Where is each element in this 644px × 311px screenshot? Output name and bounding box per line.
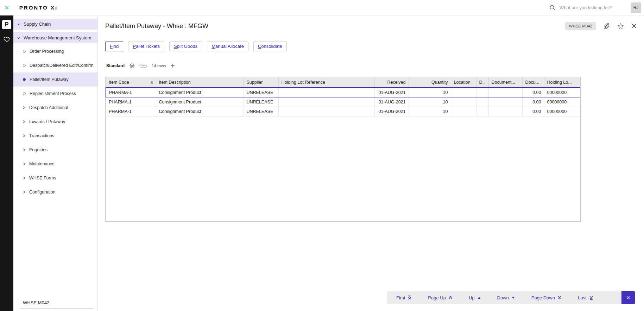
close-icon-teal[interactable]: ×	[5, 4, 9, 12]
nav-up-button[interactable]: Up	[469, 295, 481, 300]
cell-item-description[interactable]: Consignment Product	[156, 97, 244, 107]
global-search-input[interactable]	[560, 5, 626, 10]
nav-button-label: Page Down	[531, 295, 555, 300]
cell-item-description[interactable]: Consignment Product	[156, 107, 244, 116]
cell-received[interactable]: 01-AUG-2021	[374, 107, 409, 116]
cell-holding-lot-reference[interactable]	[278, 97, 374, 107]
column-header-supplier[interactable]: Supplier	[244, 77, 278, 88]
cell-d[interactable]	[476, 107, 488, 116]
triangle-right-icon	[23, 148, 26, 152]
main-header: Pallet/Item Putaway - Whse : MFGW WHSE M…	[98, 15, 644, 37]
cell-holding-lot-reference[interactable]	[278, 88, 374, 97]
cell-document[interactable]	[488, 97, 522, 107]
table-row[interactable]: PHARMA-1 Consignment Product UNRELEASE 0…	[106, 107, 581, 116]
cell-d[interactable]	[476, 88, 488, 97]
nav-close-button[interactable]: ×	[621, 291, 635, 304]
cell-item-code[interactable]: PHARMA-1	[106, 88, 156, 97]
search-icon[interactable]	[549, 5, 555, 11]
tab-pallet-tickets[interactable]: Pallet Tickets	[128, 42, 164, 51]
page-title: Pallet/Item Putaway - Whse : MFGW	[105, 23, 208, 30]
cell-quantity[interactable]: 10	[409, 97, 451, 107]
sidebar-section-supply-chain[interactable]: Supply Chain	[13, 19, 97, 30]
close-screen-icon[interactable]	[631, 23, 637, 29]
cell-docu[interactable]: 0.00	[522, 88, 544, 97]
tab-consolidate[interactable]: Consolidate	[253, 42, 287, 51]
column-header-d[interactable]: D..	[476, 77, 488, 88]
cell-holding-lo[interactable]: 00000000	[544, 88, 581, 97]
column-header-holding-lo[interactable]: Holding Lo...	[544, 77, 581, 88]
sidebar-group-enquiries[interactable]: Enquiries	[13, 143, 97, 157]
tab-manual-allocate[interactable]: Manual Allocate	[207, 42, 248, 51]
column-header-item-code[interactable]: Item Code	[106, 77, 156, 88]
cell-supplier[interactable]: UNRELEASE	[244, 88, 278, 97]
sidebar-item-despatch-delivered-edit-confirm[interactable]: Despatch/Delivered Edit/Confirm	[13, 58, 97, 72]
plus-button[interactable]	[170, 63, 175, 68]
favorite-star-icon[interactable]	[617, 23, 624, 30]
row-count-label: 14 rows	[152, 64, 166, 68]
warehouse-badge: WHSE M042	[565, 22, 596, 30]
triangle-right-icon	[23, 176, 26, 180]
nav-first-button[interactable]: First	[396, 295, 412, 300]
cell-docu[interactable]: 0.00	[522, 107, 544, 116]
tab-label: ind	[113, 44, 119, 49]
sidebar-group-inwards-putaway[interactable]: Inwards / Putaway	[13, 115, 97, 129]
sidebar-item-replenishment-process[interactable]: Replenishment Process	[13, 87, 97, 101]
cell-received[interactable]: 01-AUG-2021	[374, 88, 409, 97]
cell-received[interactable]: 01-AUG-2021	[374, 97, 409, 107]
cell-document[interactable]	[488, 88, 522, 97]
nav-page-up-button[interactable]: Page Up	[428, 295, 453, 300]
sidebar-group-maintenance[interactable]: Maintenance	[13, 157, 97, 171]
user-avatar[interactable]: RJ	[631, 2, 641, 13]
column-header-location[interactable]: Location	[451, 77, 476, 88]
sidebar-group-whse-forms[interactable]: WHSE Forms	[13, 171, 97, 185]
cell-item-code[interactable]: PHARMA-1	[106, 107, 156, 116]
sidebar-group-transactions[interactable]: Transactions	[13, 129, 97, 143]
table-row[interactable]: PHARMA-1 Consignment Product UNRELEASE 0…	[106, 88, 581, 97]
sidebar-group-despatch-additional[interactable]: Despatch Additional	[13, 101, 97, 115]
cell-item-description[interactable]: Consignment Product	[156, 88, 244, 97]
nav-last-button[interactable]: Last	[578, 295, 593, 300]
pronto-logo-icon[interactable]: P	[2, 20, 11, 29]
attachment-paperclip-icon[interactable]	[604, 23, 610, 29]
tab-split-goods[interactable]: Split Goods	[169, 42, 202, 51]
column-header-item-description[interactable]: Item Description	[156, 77, 244, 88]
cell-docu[interactable]: 0.00	[522, 97, 544, 107]
column-header-quantity[interactable]: Quantity	[409, 77, 451, 88]
function-code-field[interactable]: WHSE M042	[20, 300, 94, 309]
cell-holding-lo[interactable]: 00000000	[544, 97, 581, 107]
column-header-docu[interactable]: Docu...	[522, 77, 544, 88]
minus-button[interactable]	[139, 64, 147, 68]
column-header-received[interactable]: Received	[374, 77, 409, 88]
cell-document[interactable]	[488, 107, 522, 116]
gear-icon[interactable]	[129, 63, 135, 69]
cell-location[interactable]	[451, 88, 476, 97]
sidebar-group-label: Maintenance	[29, 161, 55, 166]
sidebar-group-label: Transactions	[29, 133, 54, 138]
cell-quantity[interactable]: 10	[409, 107, 451, 116]
column-header-label: Holding Lot Reference	[282, 80, 325, 85]
sidebar-item-pallet-item-putaway[interactable]: Pallet/Item Putaway	[13, 72, 97, 87]
cell-holding-lot-reference[interactable]	[278, 107, 374, 116]
column-header-holding-lot-reference[interactable]: Holding Lot Reference	[278, 77, 374, 88]
favorites-heart-icon[interactable]	[3, 36, 10, 43]
cell-d[interactable]	[476, 97, 488, 107]
table-row[interactable]: PHARMA-1 Consignment Product UNRELEASE 0…	[106, 97, 581, 107]
nav-page-down-button[interactable]: Page Down	[531, 295, 562, 300]
cell-supplier[interactable]: UNRELEASE	[244, 107, 278, 116]
column-header-document[interactable]: Document...	[488, 77, 522, 88]
cell-location[interactable]	[451, 107, 476, 116]
triangle-down-icon	[511, 296, 515, 300]
sidebar-item-order-processing[interactable]: Order Processing	[13, 44, 97, 58]
nav-down-button[interactable]: Down	[497, 295, 515, 300]
cell-item-code[interactable]: PHARMA-1	[106, 97, 156, 107]
sidebar-section-warehouse-management[interactable]: Warehouse Management System	[13, 32, 97, 43]
cell-supplier[interactable]: UNRELEASE	[244, 97, 278, 107]
cell-location[interactable]	[451, 97, 476, 107]
sidebar-group-configuration[interactable]: Configuration	[13, 185, 97, 199]
sort-ascending-icon[interactable]	[150, 80, 154, 84]
column-header-label: Holding Lo...	[547, 80, 572, 85]
tab-find[interactable]: Find	[105, 42, 123, 51]
cell-holding-lo[interactable]: 00000000	[544, 107, 581, 116]
cell-quantity[interactable]: 10	[409, 88, 451, 97]
mode-tabs: Find Pallet Tickets Split Goods Manual A…	[98, 42, 644, 51]
